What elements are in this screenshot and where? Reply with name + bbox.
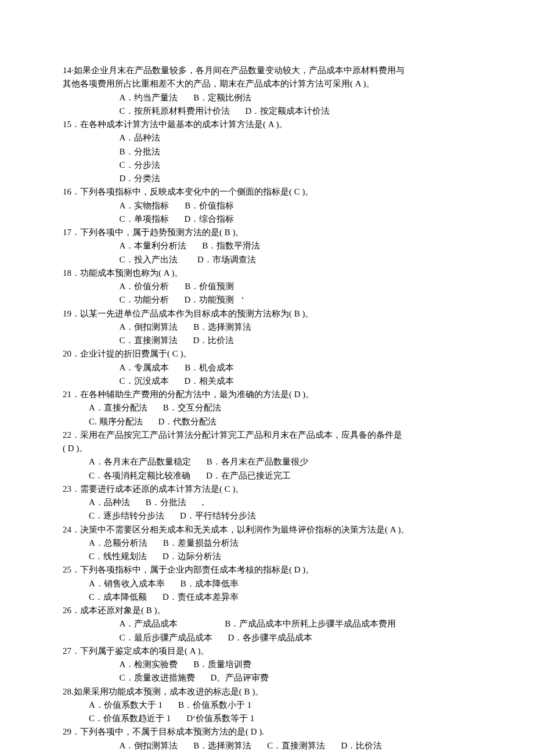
q26-stem: 26．成本还原对象是( B )。: [63, 604, 471, 617]
q29-options-row: A．倒扣测算法B．选择测算法C．直接测算法D．比价法: [63, 739, 471, 753]
q19-options-row1: A．倒扣测算法B．选择测算法: [63, 321, 471, 334]
q27-option-d: D。产品评审费: [211, 673, 269, 682]
q15-stem: 15．在各种成本计算方法中最基本的成本计算方法是( A )。: [63, 118, 471, 131]
q26-option-d: D．各步骤半成品成本: [228, 633, 313, 642]
q17-option-a: A．本量利分析法: [120, 241, 187, 250]
q16-option-a: A．实物指标: [120, 201, 169, 210]
q22-option-c: C．各项消耗定额比较准确: [89, 471, 190, 480]
q25-stem: 25．下列各项指标中，属于企业内部责任成本考核的指标是( D )。: [63, 563, 471, 577]
q28-option-d: D‘价值系数等于 1: [186, 714, 254, 723]
q14-options-row1: A．约当产量法B．定额比例法: [63, 91, 471, 105]
q18-stem: 18．功能成本预测也称为( A )。: [63, 267, 471, 280]
q21-options-row1: A．直接分配法B．交互分配法: [63, 401, 471, 415]
q25-options-row2: C．成本降低额D．责任成本差异率: [63, 591, 471, 604]
q27-option-c: C．质量改进措施费: [120, 673, 195, 682]
q26-option-c: C．最后步骤产成品成本: [120, 633, 212, 642]
q14-stem-line1: 14·如果企业月末在产品数量较多，各月间在产品数量变动较大，产品成本中原材料费用…: [63, 64, 471, 77]
q17-option-d: D．市场调查法: [197, 255, 256, 264]
q23-stem: 23．需要进行成本还原的成本计算方法是( C )。: [63, 483, 471, 496]
q14-option-a: A．约当产量法: [120, 93, 178, 102]
q21-option-b: B．交互分配法: [163, 403, 221, 412]
q25-option-b: B．成本降低率: [181, 579, 239, 588]
q19-option-d: D．比价法: [193, 336, 234, 345]
q22-option-a: A．各月末在产品数量稳定: [89, 457, 191, 466]
q18-options-row2: C．功能分析D．功能预测‘: [63, 293, 471, 307]
q21-option-c: C. 顺序分配法: [89, 417, 143, 426]
q22-options-row2: C．各项消耗定额比较准确D．在产品已接近完工: [63, 469, 471, 483]
q26-option-a: A．产成品成本: [120, 619, 178, 628]
q20-option-d: D．相关成本: [185, 376, 234, 386]
q24-stem: 24．决策中不需要区分相关成本和无关成本，以利润作为最终评价指标的决策方法是( …: [63, 523, 471, 537]
q17-options-row1: A．本量利分析法B．指数平滑法: [63, 239, 471, 253]
q15-option-d: D．分类法: [63, 172, 471, 185]
q27-option-a: A．检测实验费: [120, 660, 178, 669]
q27-options-row1: A．检测实验费B．质量培训费: [63, 658, 471, 671]
q18-option-c: C．功能分析: [120, 295, 169, 304]
q25-option-c: C．成本降低额: [89, 592, 147, 602]
q25-option-a: A．销售收入成本率: [89, 579, 165, 588]
q14-stem-line2: 其他各项费用所占比重相差不大的产品，期末在产品成本的计算方法可采用( A )。: [63, 77, 471, 91]
q25-options-row1: A．销售收入成本率B．成本降低率: [63, 577, 471, 591]
q16-stem: 16．下列各项指标中，反映成本变化中的一个侧面的指标是( C )。: [63, 185, 471, 199]
q23-options-row1: A．品种法B．分批法,: [63, 496, 471, 509]
q15-option-a: A．品种法: [63, 131, 471, 145]
q22-stem-line2: ( D )。: [63, 442, 471, 455]
q19-stem: 19．以某一先进单位产品成本作为目标成本的预测方法称为( B )。: [63, 307, 471, 321]
q16-options-row1: A．实物指标B．价值指标: [63, 199, 471, 213]
q28-option-a: A．价值系数大于 1: [89, 700, 163, 710]
q18-options-row1: A．价值分析B．价值预测: [63, 280, 471, 293]
q24-options-row2: C．线性规划法D．边际分析法: [63, 550, 471, 563]
q19-options-row2: C．直接测算法D．比价法: [63, 334, 471, 347]
q22-options-row1: A．各月末在产品数量稳定B．各月末在产品数量很少: [63, 455, 471, 469]
q14-option-c: C．按所耗原材料费用计价法: [120, 106, 230, 116]
q14-option-d: D．按定额成本计价法: [246, 106, 330, 116]
q24-option-d: D．边际分析法: [163, 552, 221, 561]
q28-stem: 28.如果采用功能成本预测，成本改进的标志是( B )。: [63, 685, 471, 699]
q29-option-c: C．直接测算法: [267, 741, 325, 750]
q26-options-row2: C．最后步骤产成品成本D．各步骤半成品成本: [63, 631, 471, 645]
q28-option-b: B．价值系数小于 1: [178, 700, 251, 710]
q28-option-c: C．价值系数趋近于 1: [89, 714, 171, 723]
q16-options-row2: C．单项指标D．综合指标: [63, 213, 471, 226]
q22-stem-line1: 22．采用在产品按完工产品计算法分配计算完工产品和月末在产品成本，应具备的条件是: [63, 429, 471, 442]
q19-option-b: B．选择测算法: [193, 322, 251, 332]
q21-option-d: D．代数分配法: [158, 417, 217, 426]
q15-option-b: B．分批法: [63, 145, 471, 159]
q20-option-c: C．沉没成本: [120, 376, 169, 386]
stray-comma-icon: ,: [202, 498, 204, 507]
q24-options-row1: A．总额分析法B．差量损益分析法: [63, 537, 471, 550]
q29-option-b: B．选择测算法: [193, 741, 251, 750]
q17-option-b: B．指数平滑法: [202, 241, 260, 250]
q20-options-row2: C．沉没成本D．相关成本: [63, 375, 471, 388]
q17-stem: 17．下列各项中，属于趋势预测方法的是( B )。: [63, 226, 471, 239]
stray-quote-icon: ‘: [234, 293, 251, 307]
q21-options-row2: C. 顺序分配法D．代数分配法: [63, 415, 471, 429]
q27-options-row2: C．质量改进措施费D。产品评审费: [63, 671, 471, 685]
q23-option-b: B．分批法: [146, 498, 186, 507]
q26-options-row1: A．产成品成本B．产成品成本中所耗上步骤半成品成本费用: [63, 617, 471, 631]
q29-stem: 29．下列各项中，不属于目标成本预测方法的是( D ).: [63, 725, 471, 739]
q20-options-row1: A．专属成本B．机会成本: [63, 361, 471, 375]
q21-stem: 21．在各种辅助生产费用的分配方法中，最为准确的方法是( D )。: [63, 388, 471, 401]
q15-option-c: C．分步法: [63, 159, 471, 172]
q24-option-a: A．总额分析法: [89, 538, 147, 548]
q24-option-c: C．线性规划法: [89, 552, 147, 561]
q20-stem: 20．企业计提的折旧费属于( C )。: [63, 347, 471, 361]
q25-option-d: D．责任成本差异率: [163, 592, 239, 602]
q16-option-c: C．单项指标: [120, 214, 169, 224]
q21-option-a: A．直接分配法: [89, 403, 147, 412]
q28-options-row2: C．价值系数趋近于 1D‘价值系数等于 1: [63, 712, 471, 725]
q27-option-b: B．质量培训费: [193, 660, 251, 669]
q18-option-d: D．功能预测: [185, 295, 234, 304]
q16-option-b: B．价值指标: [185, 201, 234, 210]
q14-option-b: B．定额比例法: [193, 93, 251, 102]
q14-options-row2: C．按所耗原材料费用计价法D．按定额成本计价法: [63, 105, 471, 118]
q23-option-d: D．平行结转分步法: [180, 511, 256, 520]
q29-option-a: A．倒扣测算法: [120, 741, 178, 750]
q27-stem: 27．下列属于鉴定成本的项目是( A )。: [63, 645, 471, 658]
q23-option-a: A．品种法: [89, 498, 130, 507]
q18-option-b: B．价值预测: [185, 282, 234, 291]
q19-option-c: C．直接测算法: [120, 336, 178, 345]
q24-option-b: B．差量损益分析法: [163, 538, 239, 548]
q17-options-row2: C．投入产出法 D．市场调查法: [63, 253, 471, 267]
